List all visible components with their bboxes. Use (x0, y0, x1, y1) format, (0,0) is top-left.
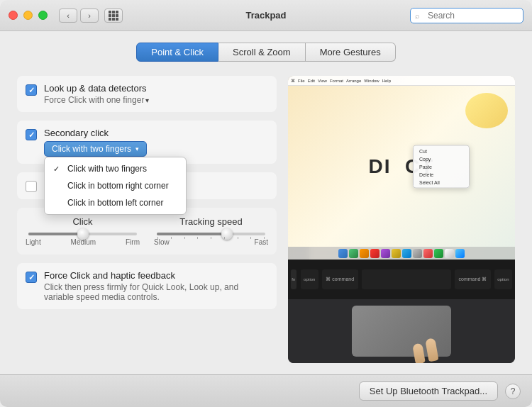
ctx-item-2: Copy (414, 155, 469, 162)
secondary-click-row: Secondary click Click with two fingers ▾… (26, 128, 268, 157)
secondary-click-dropdown-menu: ✓ Click with two fingers Click in bottom… (44, 157, 187, 215)
screen-menu-3: View (318, 79, 327, 83)
traffic-lights (9, 11, 48, 20)
dropdown-arrow-icon: ▾ (135, 145, 139, 152)
click-slider-group: Click Light Medium Firm (26, 216, 140, 246)
dock-icon-4 (370, 249, 379, 258)
preview-container: ⌘ File Edit View Format Arrange Window H… (288, 76, 515, 363)
main-content: Point & Click Scroll & Zoom More Gesture… (0, 31, 532, 374)
close-button[interactable] (9, 11, 18, 20)
screen-menu-5: Arrange (346, 79, 361, 83)
dropdown-item-bottom-left[interactable]: Click in bottom left corner (45, 194, 186, 211)
dock-icon-9 (423, 249, 433, 258)
tab-more-gestures[interactable]: More Gestures (306, 43, 396, 62)
key-option-1: option (301, 269, 318, 289)
key-command-2-label: command ⌘ (459, 277, 487, 282)
screen-doc: DI CT Cut Copy Paste Delete Select All (288, 86, 515, 247)
lookup-text: Look up & data detectors Force Click wit… (44, 83, 268, 105)
key-option-2: option (494, 269, 512, 289)
secondary-click-setting: Secondary click Click with two fingers ▾… (17, 121, 277, 164)
lookup-checkbox-wrap (26, 84, 37, 96)
search-input[interactable] (410, 8, 523, 23)
force-click-setting: Force Click and haptic feedback Click th… (17, 263, 277, 309)
preview-screen: ⌘ File Edit View Format Arrange Window H… (288, 76, 515, 260)
hand-fingers (411, 338, 438, 363)
bottom-bar: Set Up Bluetooth Trackpad... ? (0, 374, 532, 407)
titlebar: ‹ › Trackpad ⌕ (0, 0, 532, 31)
ctx-item-5: Select All (414, 178, 469, 186)
secondary-click-title: Secondary click (44, 128, 268, 138)
screen-menu-4: Format (330, 79, 343, 83)
maximize-button[interactable] (38, 11, 48, 20)
ctx-item-1: Cut (414, 147, 469, 155)
screen-apple-icon: ⌘ (291, 78, 295, 83)
key-space (362, 269, 452, 289)
tab-scroll-zoom[interactable]: Scroll & Zoom (218, 43, 306, 62)
force-click-title: Force Click and haptic feedback (44, 270, 268, 281)
screen-menu-6: Window (364, 79, 379, 83)
nav-buttons: ‹ › (59, 9, 99, 23)
finger-1 (412, 343, 426, 363)
preview-trackpad-row (288, 299, 515, 363)
screen-content: ⌘ File Edit View Format Arrange Window H… (288, 76, 515, 260)
dock-icon-6 (392, 249, 401, 258)
dock-icon-11 (445, 249, 454, 258)
screen-menu-1: File (298, 79, 305, 83)
screen-menu-bar: ⌘ File Edit View Format Arrange Window H… (288, 76, 515, 86)
key-option-1-label: option (304, 277, 315, 281)
context-menu-preview: Cut Copy Paste Delete Select All (413, 145, 470, 188)
lookup-chevron-icon[interactable]: ▾ (145, 96, 149, 104)
sliders-row: Click Light Medium Firm Trackin (26, 216, 268, 246)
screen-menu-7: Help (382, 79, 391, 83)
tab-bar: Point & Click Scroll & Zoom More Gesture… (17, 43, 515, 62)
key-command-1: ⌘ command (322, 269, 358, 289)
dock-icon-8 (413, 249, 422, 258)
tracking-slider-label: Tracking speed (154, 216, 268, 227)
secondary-click-text: Secondary click Click with two fingers ▾… (44, 128, 268, 157)
force-click-subtitle: Click then press firmly for Quick Look, … (44, 282, 268, 302)
key-fn: fn (291, 269, 297, 289)
back-button[interactable]: ‹ (59, 9, 77, 23)
key-option-2-label: option (497, 277, 509, 281)
force-click-text: Force Click and haptic feedback Click th… (44, 270, 268, 302)
setup-bluetooth-button[interactable]: Set Up Bluetooth Trackpad... (359, 381, 498, 401)
dock-icon-12 (455, 249, 465, 258)
secondary-click-dropdown-container: Click with two fingers ▾ ✓ Click with tw… (44, 138, 268, 157)
tab-point-click[interactable]: Point & Click (136, 43, 218, 62)
dock-icon-10 (434, 249, 443, 258)
dropdown-item-bottom-right[interactable]: Click in bottom right corner (45, 177, 186, 194)
ctx-item-3: Paste (414, 162, 469, 170)
finger-2 (425, 338, 438, 362)
secondary-click-checkbox[interactable] (26, 129, 37, 140)
two-column-layout: Look up & data detectors Force Click wit… (17, 76, 515, 363)
click-slider-max: Firm (126, 238, 140, 246)
minimize-button[interactable] (23, 11, 33, 20)
app-grid-button[interactable] (104, 9, 123, 23)
click-slider-thumb[interactable] (77, 228, 89, 240)
click-slider-fill (28, 233, 83, 235)
tracking-slider-fill (157, 233, 227, 235)
search-box: ⌕ (410, 8, 523, 23)
lookup-checkbox[interactable] (26, 84, 37, 96)
secondary-click-checkbox-wrap (26, 129, 37, 140)
tracking-slider-max: Fast (255, 238, 268, 246)
dock-icon-1 (338, 249, 348, 258)
key-fn-label: fn (292, 277, 295, 281)
silent-checkbox[interactable] (26, 181, 37, 192)
help-button[interactable]: ? (505, 384, 521, 399)
dock-icon-3 (360, 249, 369, 258)
force-click-checkbox[interactable] (26, 272, 37, 283)
lookup-subtitle: Force Click with one finger ▾ (44, 95, 268, 105)
dropdown-item-two-fingers[interactable]: ✓ Click with two fingers (45, 160, 186, 177)
search-icon: ⌕ (415, 11, 420, 20)
ctx-item-4: Delete (414, 170, 469, 178)
screen-body: DI CT Cut Copy Paste Delete Select All (288, 76, 515, 260)
secondary-click-dropdown[interactable]: Click with two fingers ▾ (44, 141, 147, 157)
tracking-slider-min: Slow (154, 238, 170, 246)
forward-button[interactable]: › (80, 9, 99, 23)
preview-keyboard-row: fn option ⌘ command command ⌘ option (288, 260, 515, 299)
preview-trackpad (352, 306, 451, 357)
dropdown-check-icon: ✓ (53, 165, 63, 174)
tracking-slider-track (157, 233, 265, 235)
left-column: Look up & data detectors Force Click wit… (17, 76, 277, 363)
